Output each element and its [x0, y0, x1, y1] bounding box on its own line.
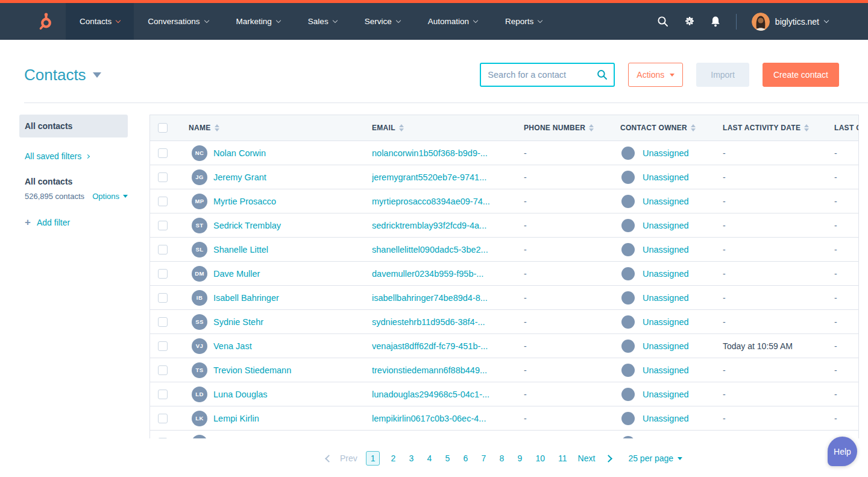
- contact-name-link[interactable]: Dave Muller: [213, 269, 260, 279]
- column-header-owner[interactable]: CONTACT OWNER: [620, 124, 687, 132]
- contact-email-link[interactable]: sedricktremblay93f2fcd9-4a...: [372, 221, 486, 230]
- contact-email-link[interactable]: trevionstiedemann6f88b449...: [372, 365, 487, 375]
- page-number-button[interactable]: 9: [515, 451, 524, 466]
- contact-email-link[interactable]: lunadouglas294968c5-04c1-...: [372, 390, 489, 399]
- row-checkbox[interactable]: [158, 293, 168, 303]
- row-checkbox[interactable]: [158, 269, 168, 279]
- settings-gear-icon[interactable]: [684, 16, 695, 27]
- contact-email-link[interactable]: sydniestehrb11d95d6-38f4-...: [372, 317, 485, 327]
- owner-link[interactable]: Unassigned: [643, 341, 689, 351]
- nav-menu-item[interactable]: Reports: [491, 3, 556, 40]
- contact-name-link[interactable]: Vena Jast: [213, 341, 252, 351]
- owner-link[interactable]: Unassigned: [643, 197, 689, 206]
- row-checkbox[interactable]: [158, 365, 168, 375]
- page-number-button[interactable]: 5: [442, 451, 452, 466]
- contact-email-link[interactable]: shanellelittel090dadc5-3be2...: [372, 245, 488, 254]
- column-header-phone[interactable]: PHONE NUMBER: [524, 124, 585, 132]
- last-contacted-cell: -: [830, 172, 858, 182]
- row-checkbox[interactable]: [158, 414, 168, 423]
- create-contact-button[interactable]: Create contact: [763, 63, 839, 87]
- account-menu[interactable]: biglytics.net: [752, 13, 828, 31]
- nav-menu-item[interactable]: Marketing: [222, 3, 294, 40]
- contact-name-link[interactable]: Trevion Stiedemann: [213, 365, 291, 375]
- help-button[interactable]: Help: [828, 437, 857, 466]
- global-search-icon[interactable]: [657, 16, 668, 27]
- owner-link[interactable]: Unassigned: [643, 365, 689, 375]
- nav-menu-item[interactable]: Conversations: [134, 3, 222, 40]
- owner-link[interactable]: Unassigned: [643, 172, 689, 182]
- per-page-dropdown[interactable]: 25 per page: [628, 453, 682, 463]
- page-number-button[interactable]: 8: [497, 451, 506, 466]
- notifications-bell-icon[interactable]: [710, 16, 721, 28]
- owner-link[interactable]: Unassigned: [643, 269, 689, 279]
- next-button[interactable]: Next: [578, 453, 596, 463]
- row-checkbox[interactable]: [158, 245, 168, 254]
- contact-name-link[interactable]: Sydnie Stehr: [213, 317, 263, 327]
- all-saved-filters-link[interactable]: All saved filters: [25, 151, 128, 161]
- sort-icon[interactable]: [691, 124, 696, 131]
- owner-link[interactable]: Unassigned: [643, 317, 689, 327]
- page-number-button[interactable]: 4: [424, 451, 434, 466]
- row-checkbox[interactable]: [158, 341, 168, 351]
- row-checkbox[interactable]: [158, 148, 168, 158]
- column-header-last-contacted[interactable]: LAST CONTACTED: [834, 124, 858, 132]
- row-checkbox[interactable]: [158, 390, 168, 399]
- chevron-left-icon[interactable]: [325, 455, 333, 463]
- column-header-email[interactable]: EMAIL: [372, 124, 395, 132]
- page-number-button[interactable]: 6: [461, 451, 470, 466]
- sort-icon[interactable]: [399, 124, 404, 131]
- contact-email-link[interactable]: jeremygrant5520eb7e-9741...: [372, 172, 486, 182]
- prev-button[interactable]: Prev: [340, 453, 357, 463]
- select-all-checkbox[interactable]: [158, 123, 168, 133]
- options-dropdown[interactable]: Options: [92, 192, 128, 201]
- contact-name-link[interactable]: Lempi Kirlin: [213, 414, 259, 423]
- contact-email-link[interactable]: myrtieprosacco8394ae09-74...: [372, 197, 490, 206]
- row-checkbox[interactable]: [158, 172, 168, 182]
- row-checkbox[interactable]: [158, 221, 168, 230]
- contact-email-link[interactable]: lempikirlin0617c0b3-06ec-4...: [372, 414, 486, 423]
- search-icon[interactable]: [597, 69, 608, 83]
- page-number-button[interactable]: 1: [366, 451, 380, 466]
- nav-menu-item[interactable]: Contacts: [66, 3, 134, 40]
- sidebar-item-all-contacts[interactable]: All contacts: [19, 115, 128, 137]
- owner-link[interactable]: Unassigned: [643, 148, 689, 158]
- contact-email-link[interactable]: nolancorwin1b50f368-b9d9-...: [372, 148, 488, 158]
- owner-link[interactable]: Unassigned: [643, 245, 689, 254]
- last-activity-cell: -: [722, 197, 830, 206]
- page-number-button[interactable]: 10: [533, 451, 547, 466]
- contact-email-link[interactable]: davemuller0234b959-f95b-...: [372, 269, 483, 279]
- actions-button[interactable]: Actions: [628, 63, 683, 87]
- contact-email-link[interactable]: venajast8dff62df-fc79-451b-...: [372, 341, 488, 351]
- contact-email-link[interactable]: isabellbahringer74be89d4-8...: [372, 293, 488, 303]
- contact-name-link[interactable]: Isabell Bahringer: [213, 293, 279, 303]
- nav-menu-item[interactable]: Sales: [294, 3, 351, 40]
- row-checkbox[interactable]: [158, 317, 168, 327]
- sort-icon[interactable]: [804, 124, 809, 131]
- contact-name-link[interactable]: Shanelle Littel: [213, 245, 268, 254]
- owner-link[interactable]: Unassigned: [643, 414, 689, 423]
- sort-icon[interactable]: [215, 124, 219, 131]
- column-header-name[interactable]: NAME: [189, 124, 211, 132]
- hubspot-sprocket-logo[interactable]: [37, 3, 54, 40]
- sort-icon[interactable]: [589, 124, 594, 131]
- page-number-button[interactable]: 11: [556, 451, 570, 466]
- page-number-button[interactable]: 3: [406, 451, 416, 466]
- row-checkbox[interactable]: [158, 197, 168, 206]
- contact-name-link[interactable]: Myrtie Prosacco: [213, 197, 276, 206]
- contact-name-link[interactable]: Luna Douglas: [213, 390, 268, 399]
- nav-menu-item[interactable]: Service: [351, 3, 414, 40]
- page-number-button[interactable]: 2: [388, 451, 398, 466]
- chevron-right-icon[interactable]: [605, 455, 613, 463]
- owner-link[interactable]: Unassigned: [643, 390, 689, 399]
- owner-link[interactable]: Unassigned: [643, 221, 689, 230]
- column-header-last-activity[interactable]: LAST ACTIVITY DATE: [723, 124, 800, 132]
- owner-link[interactable]: Unassigned: [643, 293, 689, 303]
- add-filter-button[interactable]: + Add filter: [25, 217, 128, 227]
- contact-name-link[interactable]: Nolan Corwin: [213, 148, 266, 158]
- contact-name-link[interactable]: Sedrick Tremblay: [213, 221, 281, 230]
- nav-menu-item[interactable]: Automation: [414, 3, 491, 40]
- contact-name-link[interactable]: Jeremy Grant: [213, 172, 266, 182]
- page-title-dropdown[interactable]: Contacts: [24, 66, 101, 84]
- import-button[interactable]: Import: [696, 63, 749, 87]
- page-number-button[interactable]: 7: [479, 451, 488, 466]
